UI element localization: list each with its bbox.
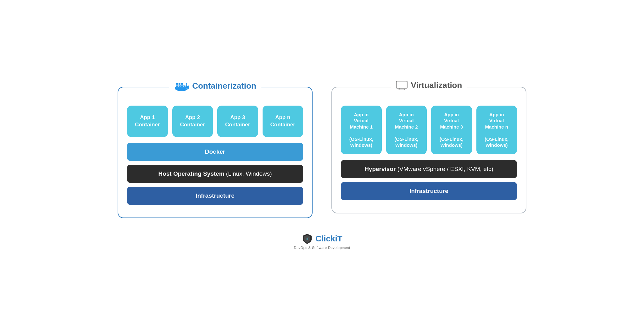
svg-text:iT: iT — [306, 237, 309, 241]
logo-subtitle: DevOps & Software Development — [294, 246, 350, 250]
vm-card-3: App in Virtual Machine 3 (OS-Linux, Wind… — [431, 106, 472, 154]
vm-card-2: App in Virtual Machine 2 (OS-Linux, Wind… — [386, 106, 427, 154]
app-card-1: App 1 Container — [127, 106, 168, 137]
vm-card-1: App in Virtual Machine 1 (OS-Linux, Wind… — [341, 106, 382, 154]
monitor-icon — [396, 80, 408, 91]
container-apps-row: App 1 Container App 2 Container App 3 Co… — [127, 106, 303, 137]
logo-text: ClickiT — [315, 234, 342, 244]
vm-card-n: App in Virtual Machine n (OS-Linux, Wind… — [476, 106, 517, 154]
os-label-bold: Host Operating System — [158, 170, 224, 177]
virtualization-title: Virtualization — [411, 80, 462, 90]
app-card-3: App 3 Container — [217, 106, 258, 137]
vm-apps-row: App in Virtual Machine 1 (OS-Linux, Wind… — [341, 106, 517, 154]
hypervisor-label-normal: (VMware vSphere / ESXI, KVM, etc) — [396, 166, 493, 172]
svg-rect-4 — [176, 85, 178, 87]
svg-rect-9 — [396, 81, 407, 88]
os-bar: Host Operating System (Linux, Windows) — [127, 165, 303, 183]
docker-bar: Docker — [127, 143, 303, 161]
logo-row: iT ClickiT — [302, 233, 342, 245]
hypervisor-label-bold: Hypervisor — [364, 166, 396, 172]
footer-logo: iT ClickiT DevOps & Software Development — [294, 233, 350, 250]
svg-rect-2 — [179, 83, 180, 85]
app-card-2: App 2 Container — [172, 106, 213, 137]
containerization-header: Containerization — [169, 80, 261, 92]
os-label-normal: (Linux, Windows) — [225, 170, 272, 177]
hypervisor-bar: Hypervisor (VMware vSphere / ESXI, KVM, … — [341, 160, 517, 178]
docker-icon — [174, 80, 189, 92]
logo-black-text: Click — [315, 234, 335, 243]
svg-rect-1 — [176, 83, 178, 85]
containerization-panel: Containerization App 1 Container App 2 C… — [118, 87, 313, 218]
app-card-n: App n Container — [263, 106, 303, 137]
virtualization-header: Virtualization — [391, 80, 467, 91]
containerization-title: Containerization — [192, 81, 256, 91]
svg-rect-3 — [181, 83, 183, 85]
container-infra-bar: Infrastructure — [127, 187, 303, 205]
svg-rect-5 — [179, 85, 180, 87]
svg-point-8 — [186, 87, 187, 88]
svg-rect-7 — [184, 85, 186, 87]
virt-infra-bar: Infrastructure — [341, 182, 517, 200]
logo-blue-text: iT — [335, 234, 342, 243]
svg-rect-6 — [181, 85, 183, 87]
virtualization-panel: Virtualization App in Virtual Machine 1 … — [331, 87, 526, 213]
main-content: Containerization App 1 Container App 2 C… — [102, 87, 542, 218]
clickit-logo-icon: iT — [302, 233, 313, 245]
